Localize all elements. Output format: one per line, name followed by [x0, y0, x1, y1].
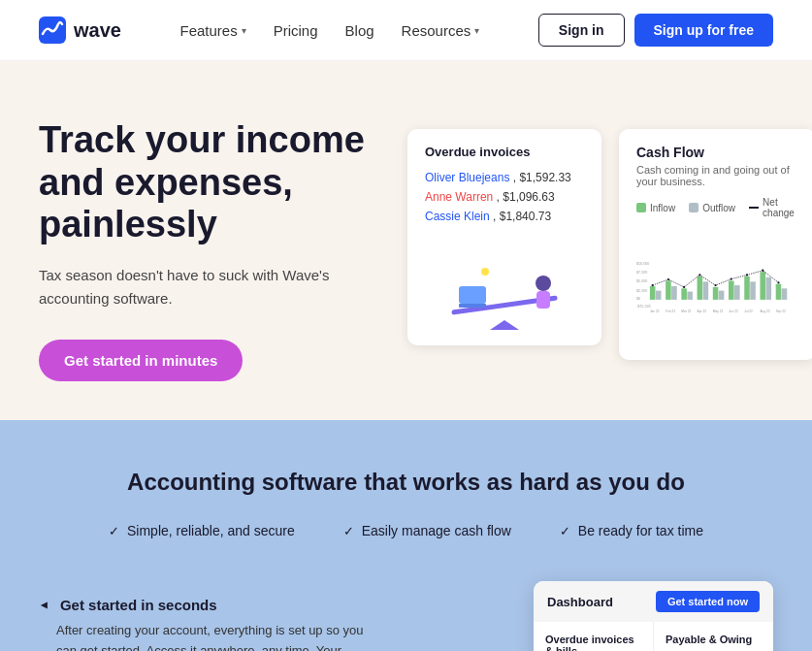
svg-rect-6	[459, 304, 486, 308]
svg-text:Jul 22: Jul 22	[744, 309, 753, 313]
navigation: wave Features ▾ Pricing Blog Resources ▾…	[0, 0, 812, 61]
svg-rect-23	[719, 291, 725, 300]
hero-content: Track your income and expenses, painless…	[39, 119, 369, 381]
cashflow-card: Cash Flow Cash coming in and going out o…	[619, 129, 812, 360]
svg-point-3	[536, 276, 551, 291]
svg-rect-21	[703, 281, 709, 300]
feature-pill-1: ✓ Easily manage cash flow	[343, 523, 511, 538]
svg-rect-16	[666, 280, 671, 299]
svg-point-32	[652, 284, 654, 286]
invoice-item-2: Anne Warren , $1,096.63	[425, 190, 584, 204]
invoice-card: Overdue invoices Oliver Bluejeans , $1,5…	[407, 129, 601, 345]
logo-text: wave	[74, 19, 121, 42]
nav-features[interactable]: Features ▾	[180, 22, 246, 39]
svg-text:$7,500: $7,500	[636, 271, 647, 275]
feature-pill-2: ✓ Be ready for tax time	[560, 523, 703, 538]
svg-point-34	[683, 286, 685, 288]
svg-rect-5	[459, 286, 486, 304]
dashboard-body: Overdue invoices & bills Invoices due $5…	[534, 622, 773, 651]
svg-rect-4	[536, 291, 550, 309]
outflow-color	[689, 203, 698, 212]
svg-text:$0: $0	[636, 297, 640, 301]
svg-rect-24	[729, 280, 734, 299]
dashboard-wrapper: Dashboard Get started now Overdue invoic…	[407, 581, 773, 651]
svg-rect-18	[681, 288, 687, 300]
check-icon: ✓	[109, 524, 119, 538]
svg-point-7	[481, 268, 489, 276]
hero-cta-button[interactable]: Get started in minutes	[39, 340, 243, 381]
dashboard-cta-button[interactable]: Get started now	[656, 591, 760, 612]
svg-text:May 22: May 22	[713, 309, 724, 313]
svg-point-39	[762, 270, 763, 272]
logo[interactable]: wave	[39, 16, 121, 44]
svg-rect-28	[760, 272, 765, 300]
features-content: ▼ Get started in seconds After creating …	[39, 581, 773, 651]
svg-point-37	[731, 277, 732, 279]
signin-button[interactable]: Sign in	[538, 14, 625, 47]
chevron-down-icon: ▾	[474, 25, 479, 36]
feature-item-0-body: After creating your account, everything …	[39, 621, 369, 651]
feature-item-0[interactable]: ▼ Get started in seconds After creating …	[39, 581, 369, 651]
feature-item-0-title: Get started in seconds	[60, 597, 217, 613]
dashboard-payable-title: Payable & Owing	[666, 634, 762, 645]
features-heading: Accounting software that works as hard a…	[39, 469, 773, 496]
dashboard-title: Dashboard	[547, 595, 613, 609]
svg-rect-30	[776, 284, 782, 300]
hero-visuals: Overdue invoices Oliver Bluejeans , $1,5…	[407, 119, 812, 360]
cashflow-chart: $10,000 $7,500 $5,000 $2,500 $0 -$75,593	[636, 228, 798, 344]
hero-section: Track your income and expenses, painless…	[0, 61, 812, 420]
dashboard-header: Dashboard Get started now	[534, 581, 773, 622]
svg-rect-29	[765, 277, 771, 300]
legend-outflow: Outflow	[689, 197, 735, 218]
svg-text:Sep 22: Sep 22	[776, 309, 786, 313]
svg-rect-27	[750, 281, 756, 300]
nav-blog[interactable]: Blog	[345, 22, 374, 39]
nav-links: Features ▾ Pricing Blog Resources ▾	[180, 22, 480, 39]
chevron-icon: ▼	[38, 600, 51, 611]
nav-pricing[interactable]: Pricing	[274, 22, 318, 39]
cashflow-legend: Inflow Outflow Net change	[636, 197, 798, 218]
hero-illustration	[425, 233, 584, 330]
svg-rect-22	[713, 287, 719, 300]
features-section: Accounting software that works as hard a…	[0, 420, 812, 651]
svg-text:-$75,593: -$75,593	[636, 305, 651, 309]
svg-text:Aug 22: Aug 22	[760, 309, 769, 313]
wave-logo-icon	[39, 16, 66, 44]
svg-text:Jan 22: Jan 22	[650, 309, 660, 313]
cashflow-subtitle: Cash coming in and going out of your bus…	[636, 164, 798, 187]
svg-point-33	[667, 278, 669, 280]
svg-rect-20	[698, 277, 703, 300]
svg-text:Apr 22: Apr 22	[698, 309, 707, 313]
svg-point-38	[746, 274, 748, 276]
hero-subtitle: Tax season doesn't have to suck with Wav…	[39, 264, 369, 310]
feature-item-0-header: ▼ Get started in seconds	[39, 597, 369, 613]
svg-point-35	[698, 274, 700, 276]
invoice-card-title: Overdue invoices	[425, 145, 584, 159]
svg-text:$10,000: $10,000	[636, 262, 649, 266]
svg-rect-17	[671, 286, 677, 300]
svg-text:Mar 22: Mar 22	[681, 309, 691, 313]
svg-text:$2,500: $2,500	[636, 289, 647, 293]
feature-pill-0: ✓ Simple, reliable, and secure	[109, 523, 295, 538]
features-list: ▼ Get started in seconds After creating …	[39, 581, 369, 651]
dashboard-left-title: Overdue invoices & bills	[545, 634, 641, 651]
hero-title: Track your income and expenses, painless…	[39, 119, 369, 246]
inflow-color	[636, 203, 646, 212]
cashflow-title: Cash Flow	[636, 145, 798, 160]
svg-point-36	[714, 284, 716, 286]
svg-point-40	[777, 281, 779, 283]
legend-inflow: Inflow	[636, 197, 675, 218]
nav-resources[interactable]: Resources ▾	[402, 22, 480, 39]
svg-rect-15	[656, 291, 662, 300]
signup-button[interactable]: Sign up for free	[634, 14, 773, 47]
dashboard-right-panel: Payable & Owing Invoices payable to you …	[654, 622, 773, 651]
dashboard-left-panel: Overdue invoices & bills Invoices due $5…	[534, 622, 654, 651]
svg-text:Jun 22: Jun 22	[729, 309, 738, 313]
check-icon: ✓	[560, 524, 570, 538]
svg-marker-2	[490, 320, 519, 330]
svg-text:Feb 22: Feb 22	[666, 309, 675, 313]
svg-rect-26	[744, 277, 750, 300]
features-pills: ✓ Simple, reliable, and secure ✓ Easily …	[39, 523, 773, 538]
check-icon: ✓	[343, 524, 354, 538]
svg-rect-19	[687, 292, 693, 300]
